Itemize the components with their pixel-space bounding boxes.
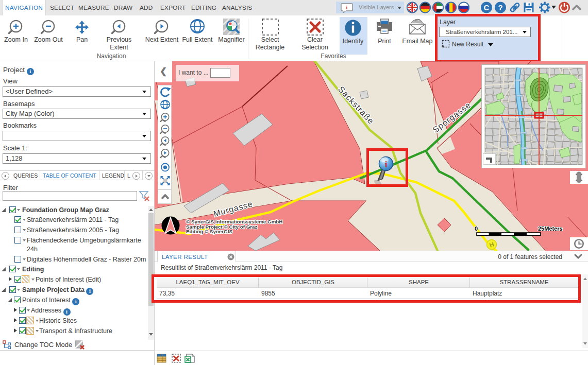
svg-text:C: C [484,3,490,12]
svg-text:i: i [385,160,388,169]
svg-text:Editing © SynerGIS: Editing © SynerGIS [186,229,232,234]
svg-text:?: ? [498,3,502,12]
svg-text:25Meters: 25Meters [538,225,563,232]
svg-text:0: 0 [475,225,478,232]
